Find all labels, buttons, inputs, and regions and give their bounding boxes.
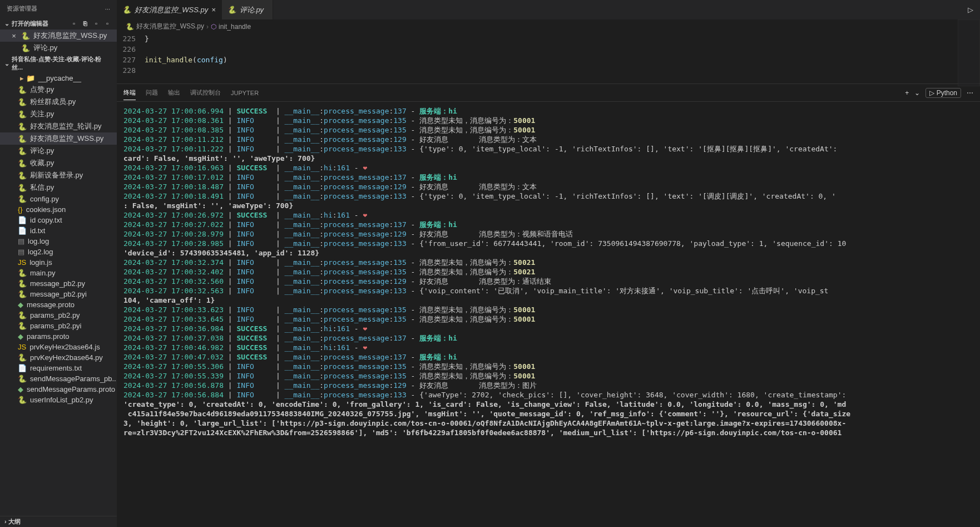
py-icon: 🐍 bbox=[18, 396, 27, 404]
terminal-panel: 终端问题输出调试控制台JUPYTER + ⌄ ▷ Python ⋯ 2024-0… bbox=[117, 83, 980, 527]
open-editors-list: ×🐍好友消息监控_WSS.py×🐍评论.py bbox=[0, 29, 117, 54]
py-icon: 🐍 bbox=[18, 147, 27, 155]
py-icon: 🐍 bbox=[18, 353, 27, 362]
more-icon[interactable]: ··· bbox=[105, 6, 110, 12]
code-editor[interactable]: 225 226 227 228 } init_handle(config) bbox=[117, 33, 980, 83]
file-item[interactable]: 🐍prvKeyHex2base64.py bbox=[0, 352, 117, 363]
terminal-tab[interactable]: JUPYTER bbox=[231, 87, 259, 99]
chevron-right-icon: › bbox=[4, 518, 7, 525]
terminal-tab[interactable]: 问题 bbox=[146, 86, 158, 100]
breadcrumb[interactable]: 🐍 好友消息监控_WSS.py › ⬡ init_handle bbox=[117, 19, 980, 33]
py-icon: 🐍 bbox=[18, 269, 27, 277]
py-icon: 🐍 bbox=[18, 279, 27, 288]
proto-icon: ◆ bbox=[18, 332, 23, 341]
file-name: prvKeyHex2base64.js bbox=[29, 343, 100, 351]
layout-icon[interactable]: ▫ bbox=[91, 18, 101, 28]
txt-icon: 📄 bbox=[18, 364, 27, 372]
open-editors-header[interactable]: ⌄ 打开的编辑器 ▫ ⎘ ▫ ▫ bbox=[0, 17, 117, 29]
open-editor-item[interactable]: ×🐍评论.py bbox=[0, 42, 117, 54]
file-item[interactable]: JSlogin.js bbox=[0, 257, 117, 268]
py-icon: 🐍 bbox=[18, 135, 27, 143]
file-item[interactable]: ▤log2.log bbox=[0, 247, 117, 257]
file-item[interactable]: 🐍收藏.py bbox=[0, 157, 117, 169]
file-item[interactable]: 📄requirements.txt bbox=[0, 363, 117, 373]
file-name: sendMessageParams_pb... bbox=[30, 375, 117, 383]
py-icon: 🐍 bbox=[18, 290, 27, 298]
file-name: message_pb2.pyi bbox=[30, 290, 87, 298]
js-icon: JS bbox=[18, 258, 26, 267]
file-name: 好友消息监控_轮训.py bbox=[30, 121, 102, 131]
file-name: 好友消息监控_WSS.py bbox=[33, 31, 107, 41]
file-item[interactable]: 🐍config.py bbox=[0, 194, 117, 204]
py-icon: 🐍 bbox=[18, 375, 27, 383]
minimap[interactable] bbox=[958, 19, 980, 86]
file-item[interactable]: JSprvKeyHex2base64.js bbox=[0, 342, 117, 352]
plus-icon[interactable]: + bbox=[905, 89, 909, 97]
project-header[interactable]: ⌄ 抖音私信-点赞-关注-收藏-评论-粉丝... bbox=[0, 54, 117, 73]
terminal-output[interactable]: 2024-03-27 17:00:06.994 | SUCCESS | __ma… bbox=[117, 102, 980, 527]
terminal-tabs: 终端问题输出调试控制台JUPYTER + ⌄ ▷ Python ⋯ bbox=[117, 84, 980, 102]
file-item[interactable]: 🐍main.py bbox=[0, 268, 117, 278]
new-file-icon[interactable]: ▫ bbox=[69, 18, 79, 28]
file-name: main.py bbox=[30, 269, 56, 277]
file-name: login.js bbox=[29, 258, 52, 267]
file-item[interactable]: 🐍关注.py bbox=[0, 108, 117, 120]
py-icon: 🐍 bbox=[18, 184, 27, 192]
file-item[interactable]: ◆sendMessageParams.proto bbox=[0, 384, 117, 395]
file-item[interactable]: 📄id.txt bbox=[0, 225, 117, 236]
python-icon: 🐍 bbox=[122, 6, 131, 14]
file-item[interactable]: 🐍message_pb2.pyi bbox=[0, 289, 117, 299]
file-item[interactable]: ▸ 📁__pycache__ bbox=[0, 73, 117, 83]
file-item[interactable]: 🐍params_pb2.py bbox=[0, 310, 117, 321]
file-item[interactable]: 🐍粉丝群成员.py bbox=[0, 96, 117, 108]
code-content[interactable]: } init_handle(config) bbox=[145, 33, 227, 83]
file-item[interactable]: 🐍params_pb2.pyi bbox=[0, 321, 117, 331]
js-icon: JS bbox=[18, 343, 26, 351]
json-icon: {} bbox=[18, 205, 23, 214]
file-item[interactable]: ▤log.log bbox=[0, 236, 117, 247]
function-icon: ⬡ bbox=[211, 23, 216, 31]
close-icon[interactable]: × bbox=[10, 32, 18, 40]
close-icon[interactable]: × bbox=[211, 6, 216, 14]
terminal-tab[interactable]: 调试控制台 bbox=[190, 86, 221, 100]
file-item[interactable]: {}cookies.json bbox=[0, 204, 117, 215]
close-all-icon[interactable]: ▫ bbox=[102, 18, 112, 28]
file-item[interactable]: 🐍评论.py bbox=[0, 145, 117, 157]
editor-tabs: 🐍好友消息监控_WSS.py×🐍评论.py ▷ bbox=[117, 0, 980, 19]
py-icon: 🐍 bbox=[18, 195, 27, 203]
terminal-lang-badge[interactable]: ▷ Python bbox=[925, 88, 961, 98]
tab-name: 评论.py bbox=[240, 5, 264, 15]
file-item[interactable]: ◆params.proto bbox=[0, 331, 117, 342]
editor-tab[interactable]: 🐍评论.py bbox=[222, 0, 273, 19]
file-item[interactable]: ◆message.proto bbox=[0, 299, 117, 310]
file-item[interactable]: 📄id copy.txt bbox=[0, 215, 117, 225]
file-item[interactable]: 🐍好友消息监控_轮训.py bbox=[0, 120, 117, 132]
file-item[interactable]: 🐍好友消息监控_WSS.py bbox=[0, 132, 117, 145]
file-item[interactable]: 🐍message_pb2.py bbox=[0, 278, 117, 289]
py-icon: 🐍 bbox=[18, 86, 27, 94]
chevron-down-icon[interactable]: ⌄ bbox=[914, 89, 920, 97]
file-item[interactable]: 🐍私信.py bbox=[0, 181, 117, 194]
save-all-icon[interactable]: ⎘ bbox=[80, 18, 90, 28]
file-name: cookies.json bbox=[26, 205, 66, 214]
editor-tab[interactable]: 🐍好友消息监控_WSS.py× bbox=[117, 0, 222, 19]
chevron-down-icon: ⌄ bbox=[4, 20, 9, 27]
file-item[interactable]: 🐍点赞.py bbox=[0, 83, 117, 96]
file-item[interactable]: 🐍userInfoList_pb2.py bbox=[0, 395, 117, 405]
terminal-tab[interactable]: 输出 bbox=[168, 86, 180, 100]
proto-icon: ◆ bbox=[18, 301, 23, 309]
tab-name: 好友消息监控_WSS.py bbox=[135, 5, 208, 15]
more-icon[interactable]: ⋯ bbox=[967, 89, 973, 97]
outline-header[interactable]: › 大纲 bbox=[0, 516, 117, 527]
py-icon: 🐍 bbox=[18, 322, 27, 330]
run-icon[interactable]: ▷ bbox=[961, 0, 980, 19]
python-icon: 🐍 bbox=[227, 6, 236, 14]
file-list: ▸ 📁__pycache__🐍点赞.py🐍粉丝群成员.py🐍关注.py🐍好友消息… bbox=[0, 73, 117, 516]
file-item[interactable]: 🐍sendMessageParams_pb... bbox=[0, 373, 117, 384]
open-editor-item[interactable]: ×🐍好友消息监控_WSS.py bbox=[0, 29, 117, 42]
terminal-tab[interactable]: 终端 bbox=[123, 86, 136, 100]
py-icon: 🐍 bbox=[18, 110, 27, 119]
folder-icon: ▸ 📁 bbox=[20, 74, 35, 82]
file-item[interactable]: 🐍刷新设备登录.py bbox=[0, 169, 117, 181]
python-icon: 🐍 bbox=[126, 23, 134, 31]
